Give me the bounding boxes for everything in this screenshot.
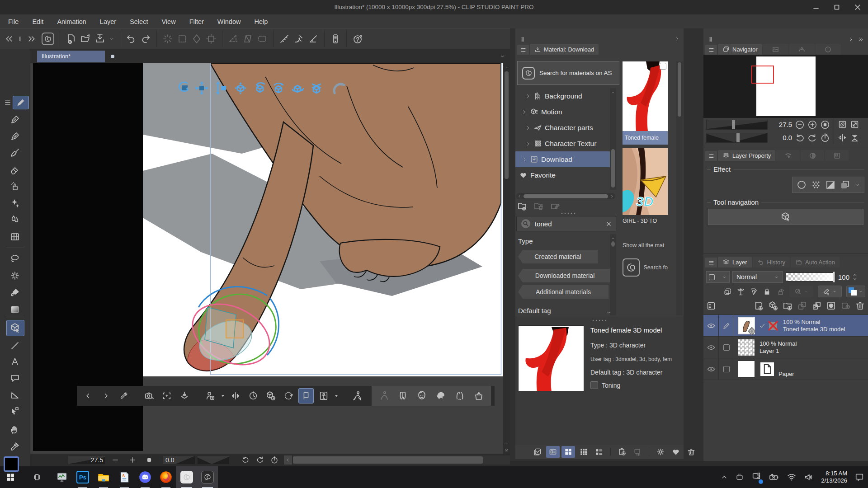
launcher-reset-rotation-icon[interactable]	[281, 388, 296, 404]
asset-footer-search[interactable]: Search fo	[623, 258, 668, 277]
companion-device-icon[interactable]	[330, 33, 341, 44]
launcher-center-icon[interactable]	[159, 388, 175, 404]
zoom-out-icon[interactable]	[112, 456, 119, 464]
tab-subview[interactable]	[763, 44, 788, 55]
tool-line[interactable]	[9, 340, 20, 351]
filter-created-material[interactable]: Created material	[518, 250, 598, 263]
launcher-body-icon[interactable]	[395, 388, 410, 404]
launcher-flip-icon[interactable]	[228, 388, 243, 404]
tool-decoration[interactable]	[9, 198, 20, 209]
nav-zoom-reset-icon[interactable]	[820, 120, 830, 130]
canvas-viewport[interactable]	[30, 63, 510, 454]
taskbar-photoshop[interactable]: Ps	[72, 466, 93, 488]
material-settings-icon[interactable]	[654, 446, 667, 458]
tab-navigator[interactable]: Navigator	[718, 44, 762, 55]
menu-view[interactable]: View	[161, 18, 175, 25]
undo-icon[interactable]	[126, 33, 137, 44]
taskbar-clip-studio[interactable]	[197, 466, 218, 488]
layer-mask-icon[interactable]	[826, 300, 836, 311]
save-dropdown-icon[interactable]	[109, 36, 114, 42]
material-search-field[interactable]: toned	[516, 216, 616, 231]
tool-hand[interactable]	[9, 424, 20, 435]
tool-text[interactable]	[9, 356, 20, 367]
effect-border-icon[interactable]	[796, 179, 807, 190]
tray-capture-icon[interactable]	[735, 473, 744, 482]
clip-studio-logo-button[interactable]	[42, 33, 54, 45]
taskbar-clip-studio-paint[interactable]	[176, 466, 197, 488]
tool-3d-operation[interactable]	[6, 320, 24, 336]
tool-eyedropper[interactable]	[9, 441, 20, 452]
tool-operation[interactable]	[9, 406, 20, 417]
tree-item-motion[interactable]: Motion	[515, 104, 616, 120]
result-toned-female-label[interactable]: Toned female	[623, 131, 668, 145]
tab-history[interactable]: History	[753, 257, 790, 267]
tray-volume-icon[interactable]	[804, 472, 814, 482]
visibility-eye-icon[interactable]	[707, 365, 716, 374]
navigator-preview[interactable]	[703, 55, 868, 118]
select-checkbox[interactable]	[723, 366, 730, 372]
launcher-accessory-icon[interactable]	[471, 388, 486, 404]
tab-reference[interactable]	[789, 44, 815, 55]
nav-rotate-right-icon[interactable]	[807, 133, 817, 143]
tree-item-favorite[interactable]: Favorite	[515, 167, 616, 183]
help-icon[interactable]	[352, 33, 363, 44]
rotation-value-box[interactable]: 0.0	[162, 455, 195, 465]
clear-search-icon[interactable]	[605, 221, 612, 227]
menu-help[interactable]: Help	[254, 18, 268, 25]
material-favorite-icon[interactable]	[669, 446, 683, 458]
view-grid-small-icon[interactable]	[577, 446, 590, 458]
navigator-grip[interactable]	[703, 28, 868, 39]
view-grid-large-icon[interactable]	[561, 446, 575, 458]
navigator-view-rect[interactable]	[751, 66, 774, 84]
filter-additional-materials[interactable]: Additional materials	[518, 285, 609, 299]
tab-layer-property[interactable]: Layer Property	[718, 150, 775, 161]
launcher-pose2-icon[interactable]	[376, 388, 392, 404]
navigator-menu-icon[interactable]	[705, 45, 717, 55]
launcher-prev-icon[interactable]	[80, 388, 96, 404]
open-file-icon[interactable]	[80, 33, 91, 44]
redo-icon[interactable]	[140, 33, 151, 44]
layer-thumb-3d[interactable]	[738, 317, 755, 334]
launcher-angle-icon[interactable]	[245, 388, 261, 404]
save-icon[interactable]	[94, 33, 105, 44]
menu-filter[interactable]: Filter	[189, 18, 204, 25]
flip-vertical-icon[interactable]	[850, 133, 859, 142]
tool-blend[interactable]	[9, 214, 20, 225]
foreground-color-swatch[interactable]	[4, 456, 19, 472]
menu-layer[interactable]: Layer	[100, 18, 116, 25]
select-checkbox[interactable]	[723, 344, 730, 351]
zoom-slider[interactable]: 27.5	[68, 455, 105, 465]
document-tab[interactable]: Illustration*	[37, 51, 105, 62]
taskbar-file-explorer[interactable]	[93, 466, 114, 488]
opacity-spinner-icon[interactable]	[852, 273, 858, 281]
tray-expand-icon[interactable]	[721, 474, 728, 481]
taskbar-firefox[interactable]	[156, 466, 176, 488]
tool-auto-select[interactable]	[9, 270, 20, 281]
tray-battery-icon[interactable]	[769, 472, 779, 483]
launcher-next-icon[interactable]	[98, 388, 113, 404]
taskbar-document-app[interactable]: A	[114, 466, 135, 488]
task-view-button[interactable]	[27, 466, 48, 488]
nav-rotate-reset-icon[interactable]	[820, 133, 830, 143]
clip-at-layer-icon[interactable]	[723, 287, 732, 296]
filter-downloaded-material[interactable]: Downloaded material	[518, 269, 612, 282]
tool-airbrush[interactable]	[9, 181, 20, 192]
opacity-slider[interactable]	[786, 272, 835, 282]
hscroll-left-icon[interactable]	[284, 455, 292, 465]
tool-frame-border[interactable]	[9, 390, 20, 401]
tree-item-background[interactable]: Background	[515, 88, 616, 104]
tree-scrollbar[interactable]	[610, 88, 616, 190]
launcher-face-icon[interactable]	[414, 388, 429, 404]
menu-animation[interactable]: Animation	[57, 18, 86, 25]
launcher-add-character-icon[interactable]	[203, 388, 218, 404]
nav-zoom-out-icon[interactable]	[795, 120, 805, 130]
tab-layer-property-2[interactable]	[776, 150, 800, 161]
tree-item-download[interactable]: Download	[515, 151, 616, 167]
snap-special-icon[interactable]	[308, 33, 319, 44]
tool-brush[interactable]	[9, 147, 20, 158]
effect-layer-color-icon[interactable]	[840, 179, 850, 190]
tree-item-character-parts[interactable]: Character parts	[515, 120, 616, 136]
canvas-vscrollbar[interactable]	[503, 63, 510, 454]
rotate-reset-icon[interactable]	[270, 456, 278, 464]
launcher-add-character-dropdown-icon[interactable]	[220, 393, 226, 399]
